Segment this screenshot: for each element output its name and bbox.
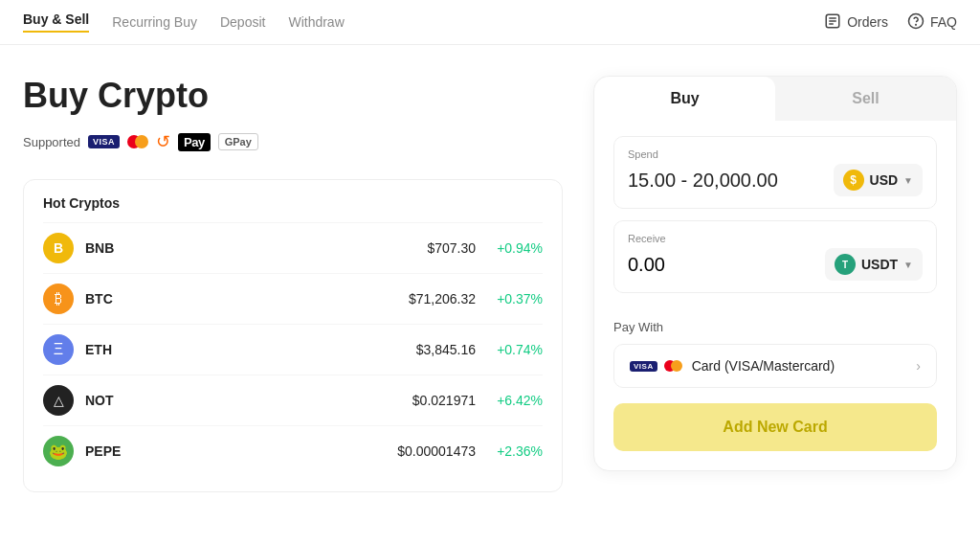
btc-icon: ₿ [43, 284, 74, 314]
usdt-chevron-icon: ▼ [903, 260, 913, 270]
usd-currency-select[interactable]: $ USD ▼ [834, 164, 923, 196]
applepay-icon: Pay [178, 133, 211, 151]
crypto-row: Ξ ETH $3,845.16 +0.74% [43, 324, 543, 375]
spend-row: 15.00 - 20,000.00 $ USD ▼ [628, 164, 923, 196]
pay-with-label: Pay With [613, 320, 937, 334]
pay-section: Pay With VISA Card (VISA/Mastercard) › [594, 320, 956, 403]
spend-value: 15.00 - 20,000.00 [628, 170, 778, 192]
pepe-change: +2.36% [476, 443, 543, 459]
usd-chevron-icon: ▼ [903, 175, 913, 186]
visa-small-icon: VISA [630, 361, 657, 372]
visa-icon: VISA [88, 135, 120, 148]
buy-sell-panel: Buy Sell Spend 15.00 - 20,000.00 $ USD ▼ [593, 76, 957, 471]
pay-card-option[interactable]: VISA Card (VISA/Mastercard) › [613, 344, 937, 388]
pay-card-chevron-icon: › [916, 358, 921, 374]
tab-buy[interactable]: Buy [594, 77, 775, 121]
nav-buy-sell[interactable]: Buy & Sell [23, 11, 89, 33]
usd-label: USD [870, 172, 899, 188]
pepe-name: PEPE [85, 443, 143, 459]
btc-price: $71,206.32 [143, 291, 476, 307]
orders-icon [824, 12, 841, 33]
usdt-label: USDT [861, 257, 898, 272]
not-price: $0.021971 [143, 393, 476, 408]
pay-option-label: Card (VISA/Mastercard) [692, 358, 835, 374]
eth-name: ETH [85, 342, 143, 357]
not-icon: △ [43, 385, 74, 416]
eth-price: $3,845.16 [143, 342, 476, 357]
btc-name: BTC [85, 291, 143, 307]
left-panel: Buy Crypto Supported VISA ↺ Pay GPay Hot… [23, 76, 563, 492]
tab-sell[interactable]: Sell [775, 77, 956, 121]
right-panel: Buy Sell Spend 15.00 - 20,000.00 $ USD ▼ [593, 76, 957, 492]
crypto-row: B BNB $707.30 +0.94% [43, 222, 543, 273]
crypto-row: ₿ BTC $71,206.32 +0.37% [43, 273, 543, 324]
usdt-icon: T [835, 254, 856, 275]
btc-change: +0.37% [476, 291, 543, 307]
mc-small-icon [664, 360, 682, 372]
visa-mc-icon: VISA [630, 360, 682, 372]
eth-change: +0.74% [476, 342, 543, 357]
payment-icons: VISA ↺ Pay GPay [88, 131, 258, 152]
mastercard-icon [127, 135, 148, 148]
main-content: Buy Crypto Supported VISA ↺ Pay GPay Hot… [0, 45, 980, 523]
googlepay-icon: GPay [218, 133, 258, 150]
pay-card-left: VISA Card (VISA/Mastercard) [630, 358, 835, 374]
spend-label: Spend [628, 148, 923, 160]
orders-nav-item[interactable]: Orders [824, 12, 888, 33]
bnb-name: BNB [85, 240, 143, 256]
add-new-card-button[interactable]: Add New Card [613, 403, 937, 451]
not-change: +6.42% [476, 393, 543, 408]
eth-icon: Ξ [43, 334, 74, 365]
receive-label: Receive [628, 233, 923, 244]
tab-row: Buy Sell [594, 77, 956, 121]
buy-form: Spend 15.00 - 20,000.00 $ USD ▼ Receive [594, 121, 956, 320]
page-title: Buy Crypto [23, 76, 563, 116]
pepe-price: $0.00001473 [143, 443, 476, 459]
faq-label: FAQ [930, 14, 957, 30]
faq-nav-item[interactable]: FAQ [907, 12, 957, 33]
nav-recurring-buy[interactable]: Recurring Buy [112, 14, 197, 30]
hot-cryptos-card: Hot Cryptos B BNB $707.30 +0.94% ₿ BTC $… [23, 179, 563, 492]
pepe-icon: 🐸 [43, 436, 74, 466]
bnb-price: $707.30 [143, 240, 476, 256]
bnb-icon: B [43, 233, 74, 263]
usdt-currency-select[interactable]: T USDT ▼ [825, 248, 923, 281]
changelly-icon: ↺ [156, 131, 170, 152]
bnb-change: +0.94% [476, 240, 543, 256]
receive-input[interactable] [628, 254, 724, 276]
receive-row: T USDT ▼ [628, 248, 923, 281]
usd-icon: $ [843, 170, 864, 191]
crypto-row: △ NOT $0.021971 +6.42% [43, 375, 543, 425]
nav-bar: Buy & Sell Recurring Buy Deposit Withdra… [0, 0, 980, 45]
svg-point-5 [916, 24, 917, 25]
nav-withdraw[interactable]: Withdraw [288, 14, 344, 30]
orders-label: Orders [847, 14, 888, 30]
hot-cryptos-title: Hot Cryptos [43, 195, 543, 211]
not-name: NOT [85, 393, 143, 408]
nav-deposit[interactable]: Deposit [220, 14, 265, 30]
supported-label: Supported [23, 135, 80, 149]
faq-icon [907, 12, 924, 33]
crypto-row: 🐸 PEPE $0.00001473 +2.36% [43, 425, 543, 476]
nav-right-actions: Orders FAQ [824, 12, 957, 33]
receive-value[interactable] [628, 254, 724, 276]
spend-field-box: Spend 15.00 - 20,000.00 $ USD ▼ [613, 136, 937, 209]
receive-field-box: Receive T USDT ▼ [613, 220, 937, 293]
supported-row: Supported VISA ↺ Pay GPay [23, 131, 563, 152]
